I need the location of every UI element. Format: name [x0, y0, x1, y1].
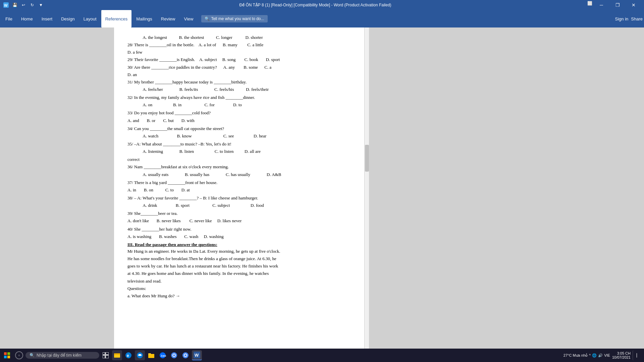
repeat-icon[interactable]: ↻ [29, 2, 36, 8]
q28-d: D. a few [127, 49, 356, 56]
taskbar-zalo[interactable]: Zalo [158, 350, 168, 360]
clock-time: 3:05 CH [612, 351, 631, 355]
svg-rect-16 [148, 353, 151, 355]
taskbar: ○ 🔍 Nhập tại đây để tìm kiếm e Zalo [0, 349, 644, 362]
svg-rect-5 [7, 356, 10, 358]
word-icon[interactable]: W [3, 2, 9, 8]
scroll-bar[interactable] [364, 27, 369, 352]
q38-options: A. drink B. sport C. subject D. food [134, 202, 356, 209]
q34-options: A. watch B. know C. see D. hear [134, 133, 356, 139]
svg-rect-9 [106, 355, 109, 358]
search-icon: 🔍 [205, 16, 210, 21]
undo-icon[interactable]: ↩ [20, 2, 27, 8]
q39-options: A. don't like B. never likes C. never li… [127, 218, 356, 224]
tab-design[interactable]: Design [57, 10, 78, 27]
ribbon-right: Sign in Share [615, 16, 643, 21]
tab-view[interactable]: View [180, 10, 197, 27]
q30-d: D. an [127, 71, 356, 78]
taskbar-expand[interactable]: ^ [589, 353, 591, 357]
passage-line1: Mr Hung is an engineer. He works in Da L… [127, 248, 356, 255]
question-a: a. What does Mr Hung do? → [127, 293, 356, 299]
title-bar: W 💾 ↩ ↻ ▼ Đề ÔN TẬP 8 (1) [Read-Only] [C… [0, 0, 644, 10]
scroll-thumb[interactable] [365, 145, 369, 172]
tell-me-box[interactable]: 🔍 Tell me what you want to do... [201, 15, 267, 22]
left-margin [0, 27, 114, 352]
q36-options: A. usually eats B. usually has C. has us… [134, 171, 356, 178]
svg-rect-2 [4, 352, 7, 355]
q35-correct: correct [127, 156, 356, 163]
section-iii-header: III. Read the passage then answer the qu… [127, 241, 356, 248]
passage-line5: television and read. [127, 278, 356, 285]
taskbar-sound[interactable]: 🔊 [598, 353, 603, 358]
tell-me-text: Tell me what you want to do... [211, 16, 264, 21]
minimize-button[interactable]: ─ [594, 0, 609, 10]
svg-text:Zalo: Zalo [161, 354, 166, 357]
taskbar-chrome2[interactable] [180, 350, 191, 360]
taskbar-chrome[interactable] [169, 350, 179, 360]
svg-point-21 [173, 354, 175, 356]
tab-insert[interactable]: Insert [38, 10, 57, 27]
tab-references[interactable]: References [101, 10, 131, 27]
q37-options: A. in B. on C. to D. at [127, 187, 356, 193]
search-placeholder: Nhập tại đây để tìm kiếm [37, 353, 82, 358]
save-icon[interactable]: 💾 [11, 2, 18, 8]
clock[interactable]: 3:05 CH 10/07/2021 [612, 351, 631, 359]
tab-review[interactable]: Review [157, 10, 179, 27]
windows-start[interactable] [1, 351, 13, 360]
q39: 39/ She________beer or tea. [127, 210, 356, 217]
q33-options: A. and B. or C. but D. with [127, 117, 356, 124]
show-desktop[interactable]: ▏ [633, 350, 643, 360]
sys-icons: 27°C Mưa nhỏ ^ 🌐 🔊 VIE [564, 353, 610, 358]
task-view-button[interactable] [101, 350, 111, 360]
taskbar-lang[interactable]: VIE [604, 353, 610, 357]
svg-rect-3 [7, 352, 10, 355]
taskbar-explorer[interactable] [112, 350, 122, 360]
q34: 34/ Can you ________the small cat opposi… [127, 125, 356, 132]
page-content: A. the longest B. the shortest C. longer… [114, 27, 369, 352]
questions-label: Questions: [127, 285, 356, 292]
share-button[interactable]: Share [631, 16, 643, 21]
search-bar[interactable]: 🔍 Nhập tại đây để tìm kiếm [25, 352, 99, 359]
right-margin [369, 27, 644, 352]
sign-in-button[interactable]: Sign in [615, 16, 629, 21]
q31: 31/ My brother ________happy because tod… [127, 79, 356, 85]
q35: 35/ –A: What about ________to music? –B:… [127, 141, 356, 147]
search-icon: 🔍 [30, 353, 35, 358]
passage-line2: He has some noodles for breakfast.Then h… [127, 255, 356, 262]
q35-options: A. listening B. listen C. to listen D. a… [134, 148, 356, 155]
svg-text:W: W [4, 3, 8, 7]
svg-rect-7 [106, 352, 109, 355]
q33: 33/ Do you enjoy hot food ________cold f… [127, 110, 356, 116]
q38: 38/ – A: What's your favorite ________? … [127, 195, 356, 201]
taskbar-folder[interactable] [146, 350, 156, 360]
tab-layout[interactable]: Layout [79, 10, 101, 27]
taskbar-network[interactable]: 🌐 [592, 353, 597, 358]
svg-rect-4 [4, 356, 7, 358]
ribbon: File Home Insert Design Layout Reference… [0, 10, 644, 27]
line-1: A. the longest B. the shortest C. longer… [134, 34, 356, 41]
taskbar-right: 27°C Mưa nhỏ ^ 🌐 🔊 VIE 3:05 CH 10/07/202… [564, 350, 643, 360]
q32-options: A. on B. in C. for D. to [134, 102, 356, 108]
tab-mailings[interactable]: Mailings [132, 10, 156, 27]
q29: 29/ Their favorite ________is English. A… [127, 56, 356, 63]
q40: 40/ She ________her hair right now. [127, 226, 356, 233]
customize-icon[interactable]: ▼ [38, 2, 44, 8]
restore-button[interactable]: ❐ [610, 0, 625, 10]
svg-text:e: e [127, 353, 129, 358]
svg-rect-8 [103, 355, 105, 358]
taskbar-edge[interactable]: e [123, 350, 133, 360]
svg-rect-11 [114, 353, 120, 355]
close-button[interactable]: ✕ [626, 0, 641, 10]
ribbon-display-icon[interactable]: ⬜ [586, 0, 593, 7]
tab-file[interactable]: File [1, 10, 16, 27]
q31-options: A. feels/her B. feels/its C. feels/his D… [134, 86, 356, 93]
q28: 28/ There is ________oil in the bottle. … [127, 42, 356, 48]
cortana-button[interactable]: ○ [14, 350, 24, 360]
title-bar-left: W 💾 ↩ ↻ ▼ [3, 2, 44, 8]
taskbar-edge2[interactable] [135, 350, 145, 360]
q32: 32/ In the evening, my family always hav… [127, 94, 356, 101]
svg-text:W: W [195, 353, 199, 358]
taskbar-word[interactable]: W [192, 350, 202, 360]
tab-home[interactable]: Home [17, 10, 37, 27]
svg-rect-6 [103, 352, 105, 355]
